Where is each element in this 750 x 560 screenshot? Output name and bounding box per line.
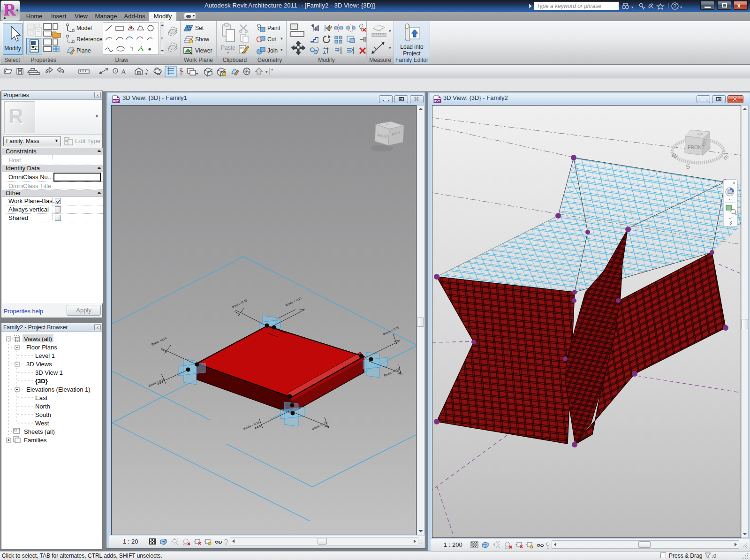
svg-text:3D View 1: 3D View 1 bbox=[35, 369, 63, 376]
svg-text:RVT: RVT bbox=[434, 100, 440, 103]
svg-text::0: :0 bbox=[712, 553, 716, 559]
svg-text:Sheets (all): Sheets (all) bbox=[24, 428, 55, 435]
svg-text:1: 1 bbox=[114, 69, 116, 73]
svg-text:South: South bbox=[35, 411, 51, 418]
svg-text:▾: ▾ bbox=[680, 5, 682, 9]
svg-text:Level 1: Level 1 bbox=[35, 352, 55, 359]
svg-text:Views (all): Views (all) bbox=[24, 335, 52, 342]
svg-text:East: East bbox=[35, 394, 47, 401]
svg-text:▴: ▴ bbox=[271, 67, 273, 71]
svg-text:RVT: RVT bbox=[113, 100, 119, 103]
svg-text:▾: ▾ bbox=[196, 72, 198, 76]
svg-text:+?+: +?+ bbox=[385, 122, 389, 126]
svg-text:▾: ▾ bbox=[631, 5, 633, 9]
svg-text:North: North bbox=[35, 403, 50, 410]
svg-text:A: A bbox=[121, 68, 126, 76]
svg-text:Families: Families bbox=[24, 437, 47, 444]
svg-text:West: West bbox=[35, 420, 49, 427]
svg-text:3D Views: 3D Views bbox=[26, 361, 52, 368]
svg-text:{3D}: {3D} bbox=[35, 378, 48, 385]
svg-text:▾: ▾ bbox=[265, 69, 268, 74]
svg-text:▾: ▾ bbox=[145, 72, 147, 76]
svg-text:Floor Plans: Floor Plans bbox=[26, 344, 57, 351]
svg-text:Elevations (Elevation 1): Elevations (Elevation 1) bbox=[26, 386, 91, 393]
svg-text:?: ? bbox=[674, 4, 676, 9]
svg-text:TOP: TOP bbox=[696, 132, 703, 136]
